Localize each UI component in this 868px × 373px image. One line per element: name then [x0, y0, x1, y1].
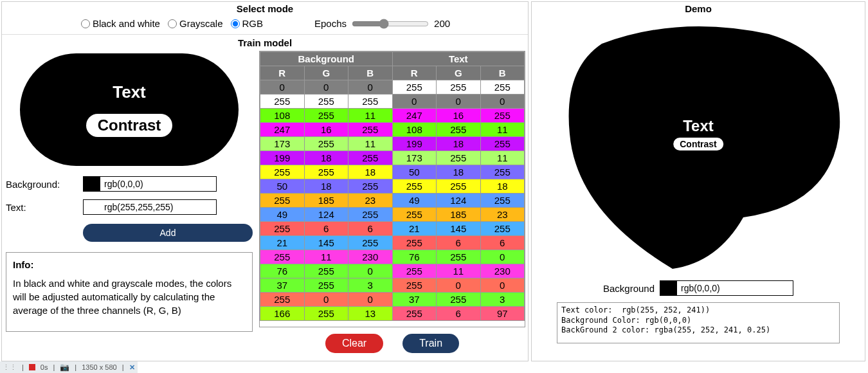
- cell-fg: 255: [480, 165, 525, 179]
- radio-bw[interactable]: Black and white: [81, 18, 160, 29]
- cell-fg: 11: [480, 123, 525, 137]
- cell-bg: 49: [260, 208, 305, 222]
- cell-bg: 11: [348, 137, 393, 151]
- cell-fg: 255: [480, 222, 525, 236]
- cell-fg: 199: [392, 137, 437, 151]
- cell-bg: 255: [304, 264, 348, 278]
- th-channel: G: [304, 66, 348, 80]
- status-time: 0s: [41, 363, 48, 371]
- status-dims: 868 x 373: [82, 363, 116, 371]
- train-header: Train model: [2, 37, 528, 48]
- epochs-label: Epochs: [314, 18, 347, 29]
- cell-bg: 13: [348, 307, 393, 321]
- cell-bg: 108: [260, 109, 305, 123]
- clear-button[interactable]: Clear: [325, 334, 383, 353]
- demo-text: Text: [673, 117, 723, 135]
- radio-grayscale-input[interactable]: [168, 19, 177, 28]
- cell-bg: 124: [304, 208, 348, 222]
- text-swatch[interactable]: [84, 200, 100, 214]
- cell-fg: 185: [437, 208, 481, 222]
- output-box[interactable]: Text color: rgb(255, 252, 241)) Backgrou…: [557, 302, 840, 343]
- cell-fg: 255: [392, 179, 437, 194]
- table-row: 1991825517325511: [260, 151, 525, 165]
- radio-rgb[interactable]: RGB: [231, 18, 264, 29]
- cell-fg: 255: [480, 137, 525, 151]
- cell-bg: 0: [348, 264, 393, 278]
- demo-blob: Text Contrast: [550, 18, 846, 275]
- cell-fg: 6: [437, 307, 481, 321]
- table-row: 255255255000: [260, 95, 525, 109]
- preview-text: Text: [113, 82, 146, 102]
- cell-bg: 230: [348, 250, 393, 264]
- radio-grayscale[interactable]: Grayscale: [168, 18, 223, 29]
- separator: |: [75, 363, 77, 371]
- cell-bg: 255: [348, 151, 393, 165]
- cell-fg: 18: [480, 179, 525, 194]
- cell-bg: 255: [260, 250, 305, 264]
- th-channel: R: [392, 66, 437, 80]
- cell-fg: 49: [392, 194, 437, 208]
- table-row: 1732551119918255: [260, 137, 525, 151]
- table-scroll[interactable]: Background Text RGBRGB 00025525525525525…: [259, 51, 525, 327]
- bg-swatch[interactable]: [84, 177, 100, 191]
- table-row: 25511230762550: [260, 250, 525, 264]
- cell-bg: 247: [260, 123, 305, 137]
- cell-bg: 255: [304, 109, 348, 123]
- cell-fg: 255: [437, 151, 481, 165]
- cell-fg: 76: [392, 250, 437, 264]
- info-box[interactable]: Info: In black and white and grayscale m…: [6, 252, 253, 332]
- cell-bg: 255: [304, 165, 348, 179]
- cell-fg: 255: [392, 236, 437, 250]
- cell-fg: 0: [480, 250, 525, 264]
- cell-bg: 173: [260, 137, 305, 151]
- th-channel: G: [437, 66, 481, 80]
- cell-fg: 97: [480, 307, 525, 321]
- demo-bg-swatch[interactable]: [660, 281, 677, 295]
- text-input[interactable]: [100, 200, 216, 214]
- cell-fg: 145: [437, 222, 481, 236]
- cell-fg: 3: [480, 293, 525, 307]
- cell-bg: 3: [348, 278, 393, 293]
- bg-input[interactable]: [100, 177, 216, 191]
- camera-icon[interactable]: 📷: [60, 363, 69, 372]
- table-row: 000255255255: [260, 80, 525, 95]
- cell-bg: 6: [304, 222, 348, 236]
- cell-bg: 255: [348, 95, 393, 109]
- status-bar: ⋮⋮ | 0s | 📷 | 868 x 373 | ✕: [0, 361, 138, 373]
- add-button[interactable]: Add: [83, 224, 253, 242]
- cell-fg: 0: [480, 278, 525, 293]
- demo-bg-input[interactable]: [677, 281, 793, 295]
- table-row: 1082551124716255: [260, 109, 525, 123]
- table-row: 4912425525518523: [260, 208, 525, 222]
- radio-bw-input[interactable]: [81, 19, 90, 28]
- cell-bg: 255: [260, 293, 305, 307]
- drag-handle-icon[interactable]: ⋮⋮: [3, 363, 17, 372]
- cell-bg: 6: [348, 222, 393, 236]
- radio-rgb-input[interactable]: [231, 19, 240, 28]
- cell-fg: 18: [437, 165, 481, 179]
- cell-fg: 11: [437, 264, 481, 278]
- cell-bg: 18: [304, 179, 348, 194]
- separator: |: [22, 363, 24, 371]
- mode-row: Black and white Grayscale RGB Epochs 200: [2, 14, 528, 35]
- cell-fg: 108: [392, 123, 437, 137]
- cell-bg: 11: [348, 109, 393, 123]
- table-row: 255255185018255: [260, 165, 525, 179]
- cell-bg: 50: [260, 179, 305, 194]
- close-icon[interactable]: ✕: [129, 363, 135, 372]
- cell-fg: 173: [392, 151, 437, 165]
- cell-fg: 255: [437, 250, 481, 264]
- cell-fg: 6: [480, 236, 525, 250]
- data-table: Background Text RGBRGB 00025525525525525…: [260, 51, 525, 321]
- record-icon[interactable]: [29, 364, 35, 370]
- th-channel: B: [348, 66, 393, 80]
- text-label: Text:: [6, 202, 83, 213]
- train-button[interactable]: Train: [402, 334, 459, 353]
- cell-fg: 21: [392, 222, 437, 236]
- separator: |: [53, 363, 55, 371]
- cell-bg: 21: [260, 236, 305, 250]
- epochs-slider[interactable]: [352, 19, 429, 29]
- separator: |: [122, 363, 124, 371]
- cell-fg: 255: [392, 307, 437, 321]
- cell-fg: 255: [480, 109, 525, 123]
